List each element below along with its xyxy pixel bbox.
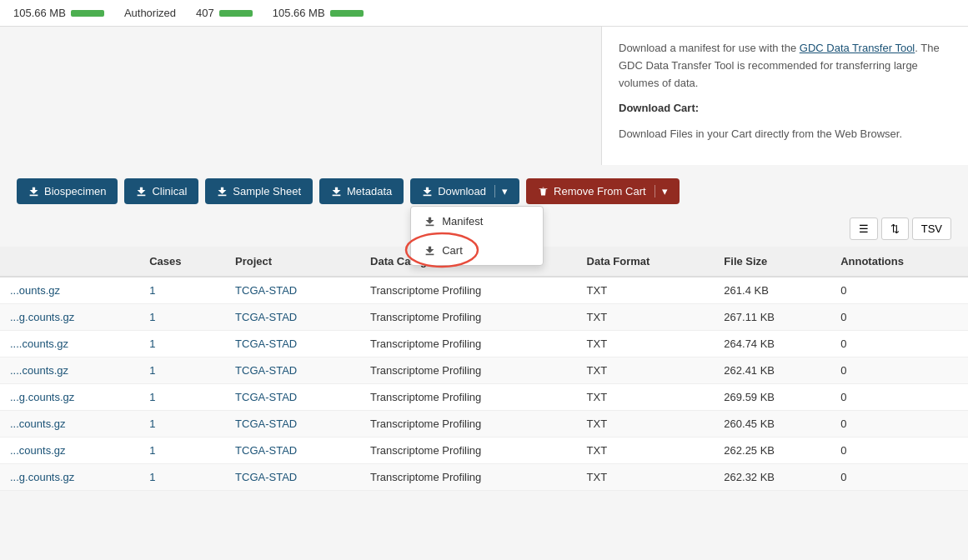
authorized-label: Authorized <box>124 7 176 19</box>
green-bar-3 <box>330 10 364 17</box>
download-icon-sample-sheet <box>217 186 228 197</box>
project-link[interactable]: TCGA-STAD <box>235 418 297 430</box>
cell-annotations: 0 <box>830 357 968 383</box>
table-row: ...g.counts.gz 1 TCGA-STAD Transcriptome… <box>0 303 968 330</box>
cell-category: Transcriptome Profiling <box>360 383 576 410</box>
file-link[interactable]: ...counts.gz <box>10 444 65 457</box>
sort-button[interactable]: ⇅ <box>881 218 909 240</box>
svg-rect-2 <box>218 195 227 197</box>
tsv-label: TSV <box>921 222 942 235</box>
case-link[interactable]: 1 <box>149 364 155 377</box>
remove-caret: ▾ <box>655 185 668 198</box>
table-row: ....counts.gz 1 TCGA-STAD Transcriptome … <box>0 330 968 357</box>
cell-format: TXT <box>577 463 715 490</box>
file-link[interactable]: ...counts.gz <box>10 418 65 430</box>
cell-size: 264.74 KB <box>714 330 830 357</box>
file-link[interactable]: ...g.counts.gz <box>10 471 74 483</box>
cell-cases: 1 <box>139 437 225 463</box>
cell-project: TCGA-STAD <box>225 437 360 463</box>
file-link[interactable]: ...g.counts.gz <box>10 391 74 403</box>
table-container: Cases Project Data Category Data Format … <box>0 247 968 491</box>
cell-format: TXT <box>577 410 715 437</box>
manifest-item[interactable]: Manifest <box>411 207 543 236</box>
clinical-button[interactable]: Clinical <box>124 178 198 204</box>
case-link[interactable]: 1 <box>149 444 155 457</box>
cell-size: 262.41 KB <box>714 357 830 383</box>
cell-cases: 1 <box>139 383 225 410</box>
case-link[interactable]: 1 <box>149 418 155 430</box>
cart-item[interactable]: Cart <box>411 236 543 265</box>
top-bar: 105.66 MB Authorized 407 105.66 MB <box>0 0 968 27</box>
cell-cases: 1 <box>139 463 225 490</box>
columns-icon: ☰ <box>859 222 869 235</box>
biospecimen-label: Biospecimen <box>44 185 106 198</box>
col-header-annotations: Annotations <box>830 247 968 277</box>
manifest-label: Manifest <box>442 215 483 228</box>
file-link[interactable]: ....counts.gz <box>10 364 68 377</box>
file-link[interactable]: ...g.counts.gz <box>10 311 74 323</box>
cell-format: TXT <box>577 303 715 330</box>
case-link[interactable]: 1 <box>149 311 155 323</box>
col-header-project: Project <box>225 247 360 277</box>
cell-project: TCGA-STAD <box>225 410 360 437</box>
svg-rect-3 <box>333 195 341 197</box>
size-label-2: 105.66 MB <box>273 7 325 19</box>
cell-filename: ...g.counts.gz <box>0 463 139 490</box>
authorized-item: Authorized <box>124 7 176 19</box>
table-row: ...ounts.gz 1 TCGA-STAD Transcriptome Pr… <box>0 277 968 304</box>
download-icon-download <box>422 186 433 197</box>
cell-category: Transcriptome Profiling <box>360 410 576 437</box>
remove-from-cart-button[interactable]: Remove From Cart ▾ <box>526 178 680 204</box>
case-link[interactable]: 1 <box>149 471 155 483</box>
gdc-transfer-tool-link[interactable]: GDC Data Transfer Tool <box>800 42 915 54</box>
project-link[interactable]: TCGA-STAD <box>235 338 297 350</box>
tsv-button[interactable]: TSV <box>912 218 951 240</box>
action-bar: Biospecimen Clinical Sample Sheet Metada… <box>0 165 968 211</box>
case-link[interactable]: 1 <box>149 284 155 297</box>
clinical-label: Clinical <box>152 185 187 198</box>
file-link[interactable]: ...ounts.gz <box>10 284 60 297</box>
cell-filename: ....counts.gz <box>0 357 139 383</box>
cell-cases: 1 <box>139 277 225 304</box>
case-link[interactable]: 1 <box>149 338 155 350</box>
green-bar-2 <box>219 10 253 17</box>
cell-format: TXT <box>577 330 715 357</box>
download-button[interactable]: Download ▾ <box>410 178 519 204</box>
table-row: ...counts.gz 1 TCGA-STAD Transcriptome P… <box>0 437 968 463</box>
cell-annotations: 0 <box>830 277 968 304</box>
project-link[interactable]: TCGA-STAD <box>235 471 297 483</box>
svg-rect-5 <box>426 225 434 227</box>
project-link[interactable]: TCGA-STAD <box>235 444 297 457</box>
cell-project: TCGA-STAD <box>225 277 360 304</box>
table-body: ...ounts.gz 1 TCGA-STAD Transcriptome Pr… <box>0 277 968 491</box>
project-link[interactable]: TCGA-STAD <box>235 311 297 323</box>
project-link[interactable]: TCGA-STAD <box>235 284 297 297</box>
case-link[interactable]: 1 <box>149 391 155 403</box>
cell-annotations: 0 <box>830 303 968 330</box>
cell-project: TCGA-STAD <box>225 383 360 410</box>
cell-format: TXT <box>577 357 715 383</box>
download-cart-title: Download Cart: <box>619 100 951 118</box>
download-cart-desc: Download Files in your Cart directly fro… <box>619 126 951 143</box>
cell-size: 269.59 KB <box>714 383 830 410</box>
svg-rect-0 <box>30 195 38 197</box>
file-link[interactable]: ....counts.gz <box>10 338 68 350</box>
cell-category: Transcriptome Profiling <box>360 437 576 463</box>
table-row: ....counts.gz 1 TCGA-STAD Transcriptome … <box>0 357 968 383</box>
metadata-button[interactable]: Metadata <box>319 178 404 204</box>
project-link[interactable]: TCGA-STAD <box>235 364 297 377</box>
biospecimen-button[interactable]: Biospecimen <box>17 178 118 204</box>
sample-sheet-button[interactable]: Sample Sheet <box>205 178 313 204</box>
columns-button[interactable]: ☰ <box>850 218 878 240</box>
cell-size: 262.25 KB <box>714 437 830 463</box>
transfer-tool-description: Download a manifest for use with the GDC… <box>619 40 951 92</box>
cell-category: Transcriptome Profiling <box>360 303 576 330</box>
cell-filename: ....counts.gz <box>0 330 139 357</box>
cell-size: 262.32 KB <box>714 463 830 490</box>
cell-annotations: 0 <box>830 383 968 410</box>
cell-format: TXT <box>577 277 715 304</box>
cell-project: TCGA-STAD <box>225 463 360 490</box>
cell-category: Transcriptome Profiling <box>360 463 576 490</box>
project-link[interactable]: TCGA-STAD <box>235 391 297 403</box>
cell-annotations: 0 <box>830 410 968 437</box>
